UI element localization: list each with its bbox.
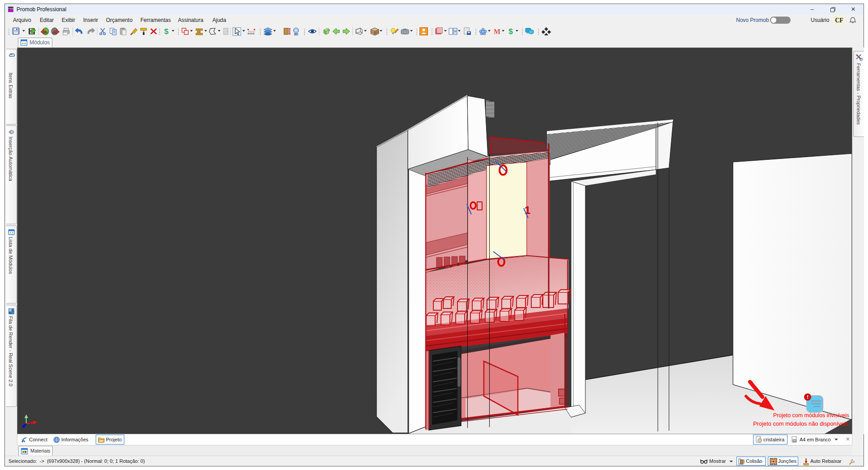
svg-text:3D: 3D (294, 32, 298, 36)
svg-text:!: ! (807, 394, 809, 400)
svg-text:+: + (13, 308, 15, 312)
svg-text:Projeto com módulos não dispon: Projeto com módulos não disponíveis (753, 420, 848, 427)
svg-text:$: $ (164, 27, 169, 35)
svg-text:M: M (494, 28, 500, 35)
svg-text:$: $ (508, 27, 513, 35)
svg-text:Projeto com módulos invisíveis: Projeto com módulos invisíveis (773, 412, 849, 419)
svg-text:PMB: PMB (8, 7, 13, 10)
svg-text:1: 1 (525, 204, 530, 216)
